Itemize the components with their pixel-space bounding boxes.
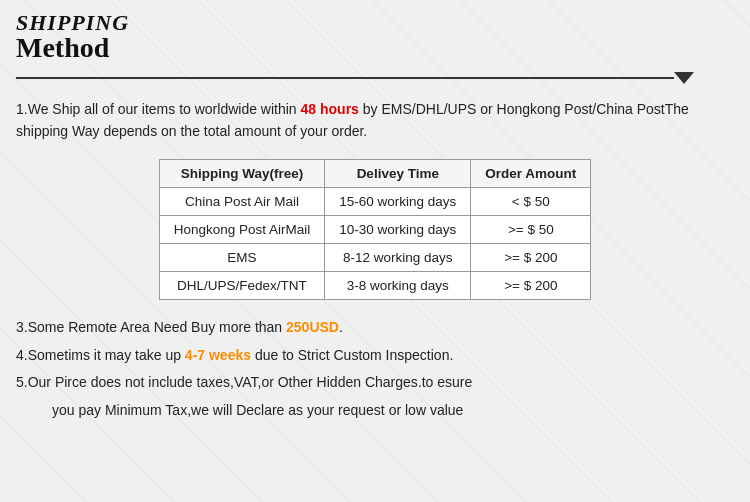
shipping-table-wrapper: Shipping Way(free) Delivey Time Order Am… — [16, 159, 734, 300]
col-order-amount: Order Amount — [471, 159, 591, 187]
row3-way: EMS — [159, 243, 325, 271]
table-row: Hongkong Post AirMail 10-30 working days… — [159, 215, 591, 243]
row1-amount: < $ 50 — [471, 187, 591, 215]
title-section: SHIPPING Method — [16, 10, 734, 64]
note5-line1: 5.Our Pirce does not include taxes,VAT,o… — [16, 371, 734, 395]
row4-time: 3-8 working days — [325, 271, 471, 299]
row2-amount: >= $ 50 — [471, 215, 591, 243]
title-method: Method — [16, 32, 734, 64]
intro-text: 1.We Ship all of our items to worldwide … — [16, 98, 734, 143]
note5-line2: you pay Minimum Tax,we will Declare as y… — [16, 399, 734, 423]
row2-way: Hongkong Post AirMail — [159, 215, 325, 243]
intro-before: 1.We Ship all of our items to worldwide … — [16, 101, 301, 117]
note3-before: 3.Some Remote Area Need Buy more than — [16, 319, 286, 335]
intro-highlight: 48 hours — [301, 101, 359, 117]
note4-before: 4.Sometims it may take up — [16, 347, 185, 363]
note4-after: due to Strict Custom Inspection. — [251, 347, 453, 363]
divider-line — [16, 77, 674, 79]
note3-after: . — [339, 319, 343, 335]
table-row: DHL/UPS/Fedex/TNT 3-8 working days >= $ … — [159, 271, 591, 299]
note3-highlight: 250USD — [286, 319, 339, 335]
col-shipping-way: Shipping Way(free) — [159, 159, 325, 187]
divider-arrow-icon — [674, 72, 694, 84]
row1-time: 15-60 working days — [325, 187, 471, 215]
col-delivery-time: Delivey Time — [325, 159, 471, 187]
table-row: EMS 8-12 working days >= $ 200 — [159, 243, 591, 271]
table-row: China Post Air Mail 15-60 working days <… — [159, 187, 591, 215]
notes-section: 3.Some Remote Area Need Buy more than 25… — [16, 316, 734, 423]
note3: 3.Some Remote Area Need Buy more than 25… — [16, 316, 734, 340]
row4-way: DHL/UPS/Fedex/TNT — [159, 271, 325, 299]
shipping-table: Shipping Way(free) Delivey Time Order Am… — [159, 159, 592, 300]
row3-amount: >= $ 200 — [471, 243, 591, 271]
note4: 4.Sometims it may take up 4-7 weeks due … — [16, 344, 734, 368]
row3-time: 8-12 working days — [325, 243, 471, 271]
divider — [16, 72, 734, 84]
row2-time: 10-30 working days — [325, 215, 471, 243]
note4-highlight: 4-7 weeks — [185, 347, 251, 363]
row1-way: China Post Air Mail — [159, 187, 325, 215]
table-header-row: Shipping Way(free) Delivey Time Order Am… — [159, 159, 591, 187]
row4-amount: >= $ 200 — [471, 271, 591, 299]
